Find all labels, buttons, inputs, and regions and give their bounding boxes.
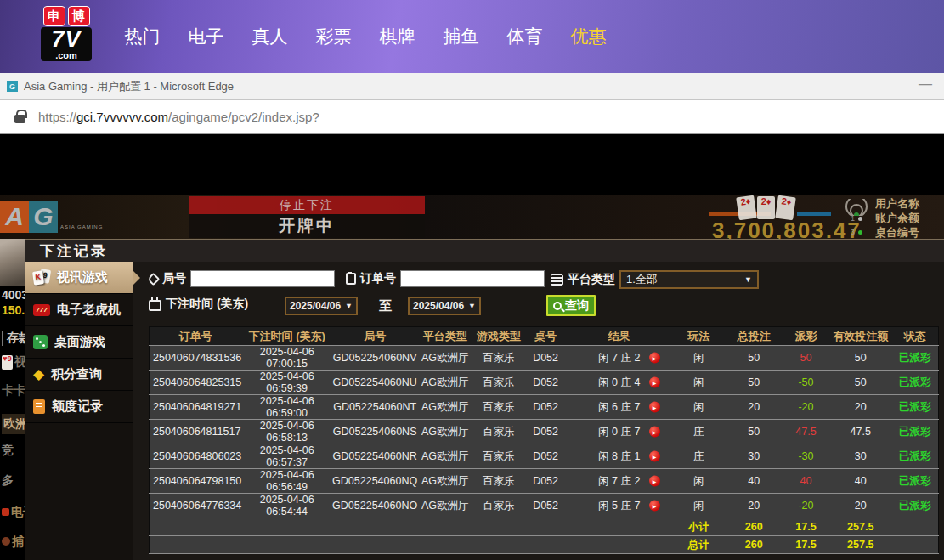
player-info-labels: 用户名称 账户余额 桌台编号 [875,196,944,239]
play-icon[interactable]: ▶ [649,377,660,388]
tag-icon [147,272,161,286]
round-filter: 局号 [149,270,335,287]
result-text: 闲 7 庄 2 [598,351,640,365]
play-icon[interactable]: ▶ [649,402,660,413]
nav-item-lottery[interactable]: 彩票 [302,25,365,48]
left-strip-fishing: 捕 [2,535,24,550]
round-input[interactable] [190,270,335,287]
cell-payout: 47.5 [783,420,829,444]
summary-spacer [150,518,672,536]
sidebar-item-credit-records[interactable]: 额度记录 [25,391,133,423]
result-text: 闲 0 庄 7 [598,425,640,439]
round-label: 局号 [162,271,186,286]
play-icon[interactable]: ▶ [649,353,660,364]
summary-value: 257.5 [829,518,891,536]
play-icon[interactable]: ▶ [649,501,660,512]
url-text[interactable]: https://gci.7vvvvvv.com/agingame/pcv2/in… [38,110,319,124]
summary-value: 17.5 [783,536,829,554]
minimize-button[interactable]: — [919,76,932,92]
table-row: 2504060648115172025-04-06 06:58:13GD0522… [150,420,939,444]
cell-result: 闲 7 庄 2▶ [567,346,672,371]
page-background: A G ASIA GAMING 停止下注 开牌中 2♦ 2♦ 2♦ 3,700,… [0,134,944,560]
url-path: /agingame/pcv2/index.jsp? [168,110,319,124]
cell-payout: -30 [783,444,829,469]
platform-select[interactable]: 1.全部 ▼ [619,270,759,289]
modal-content: 局号 订单号 平台类型 1.全部 [133,262,944,560]
site-logo[interactable]: 申 博 7V .com [41,6,92,61]
play-icon[interactable]: ▶ [649,427,660,438]
filter-row-1: 局号 订单号 平台类型 1.全部 [133,270,944,291]
cell-platform: AG欧洲厅 [417,469,472,494]
date-from-select[interactable]: 2025/04/06 ▼ [285,297,358,315]
cell-result: 闲 0 庄 7▶ [567,420,672,444]
col-bet-time: 下注时间 (美东) [241,327,332,346]
bet-meter-blue [797,212,831,216]
cell-result: 闲 5 庄 7▶ [567,494,672,518]
order-input[interactable] [400,270,545,287]
chevron-down-icon: ▼ [744,275,752,284]
platform-label: 平台类型 [568,272,615,287]
nav-item-slots[interactable]: 电子 [174,25,238,48]
cell-payout: -50 [783,371,829,395]
cell-round-id: GD052254060NR [332,444,417,469]
cell-total-bet: 50 [726,420,783,444]
nav-item-cards[interactable]: 棋牌 [365,25,429,48]
slot-mini-icon [2,508,9,516]
left-strip-duo: 多 [2,473,14,489]
nav-item-hot[interactable]: 热门 [110,25,174,48]
result-text: 闲 8 庄 1 [598,450,640,464]
cell-round-id: GD052254060NS [332,420,417,444]
play-icon[interactable]: ▶ [649,451,660,462]
nav-item-fishing[interactable]: 捕鱼 [429,25,493,48]
date-to-select[interactable]: 2025/04/06 ▼ [408,297,481,315]
cell-status: 已派彩 [891,494,938,518]
chevron-down-icon: ▼ [345,302,353,310]
playing-card: 2♦ [736,195,757,220]
nav-item-promo[interactable]: 优惠 [557,25,620,48]
cell-valid-bet: 50 [829,371,891,395]
cell-order-id: 250406064811517 [150,420,242,444]
summary-value: 260 [726,536,783,554]
calendar-icon [149,300,161,311]
search-button[interactable]: 查询 [546,295,596,316]
video-game-label: ♥9视 [2,354,25,370]
cell-bet-time: 2025-04-06 06:59:00 [241,395,332,420]
sidebar-item-label: 桌面游戏 [54,334,105,350]
col-platform: 平台类型 [417,327,472,346]
address-bar[interactable]: https://gci.7vvvvvv.com/agingame/pcv2/in… [0,100,944,134]
result-text: 闲 7 庄 2 [598,474,640,489]
summary-label: 总计 [672,536,726,554]
cell-platform: AG欧洲厅 [417,444,472,469]
cell-total-bet: 50 [726,346,783,371]
sidebar-item-points-query[interactable]: ◆ 积分查询 [25,359,133,391]
summary-value [891,536,938,554]
summary-spacer [150,536,672,554]
col-valid-bet: 有效投注额 [829,327,891,346]
sidebar-item-slots[interactable]: 777 电子老虎机 [25,294,133,326]
cell-valid-bet: 20 [829,395,891,420]
cell-table-id: D052 [524,395,567,420]
nav-item-live[interactable]: 真人 [238,25,302,48]
logo-badge-2: 博 [68,6,90,26]
table-row: 2504060647763342025-04-06 06:54:44GD0522… [150,494,939,518]
left-strip-dianzi: 电子 [2,505,25,520]
filter-row-2: 下注时间 (美东) 2025/04/06 ▼ 至 2025/04/06 ▼ [133,297,944,319]
card-icon: ♥9 [2,355,13,370]
account-balance-label: 账户余额 [875,211,944,225]
result-text: 闲 0 庄 4 [598,376,640,390]
slot-machine-icon: 777 [33,304,50,316]
summary-row: 总计26017.5257.5 [150,536,939,554]
ag-logo-a: A [0,201,29,233]
playing-card: 2♦ [775,195,796,220]
cell-total-bet: 20 [726,494,783,518]
play-icon[interactable]: ▶ [649,476,660,487]
cell-bet-time: 2025-04-06 06:57:37 [241,444,332,469]
cell-platform: AG欧洲厅 [417,420,472,444]
cell-status: 已派彩 [891,420,938,444]
logo-black-box: 7V .com [41,27,92,61]
sidebar-item-table-games[interactable]: 桌面游戏 [25,326,133,359]
cell-round-id: GD052254060NU [332,371,417,395]
nav-item-sports[interactable]: 体育 [493,25,557,48]
sidebar-item-video-games[interactable]: 9K 视讯游戏 [25,262,133,294]
col-result: 结果 [567,327,672,346]
